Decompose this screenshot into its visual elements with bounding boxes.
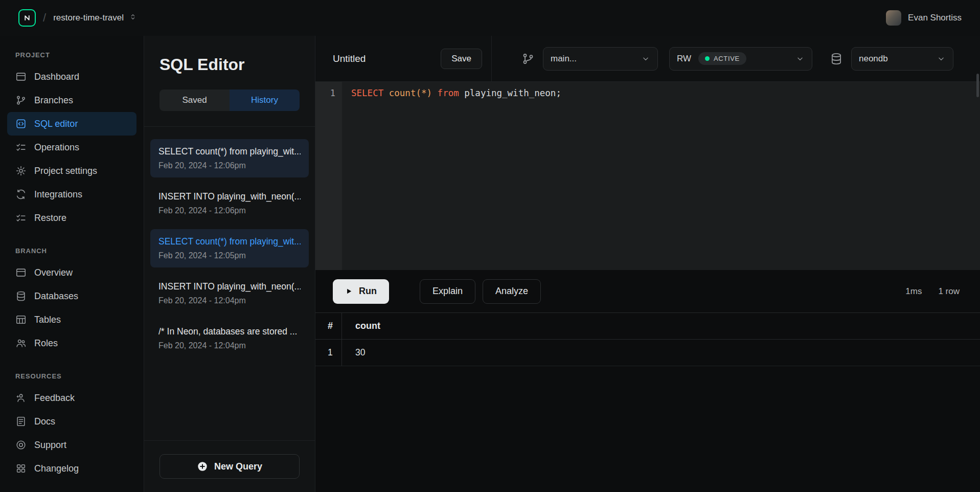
play-icon [345, 287, 353, 295]
sidebar-item-sql-editor[interactable]: SQL editor [7, 112, 136, 136]
project-switcher[interactable]: restore-time-travel [53, 13, 137, 23]
operations-checklist-icon [15, 142, 27, 153]
sidebar-item-integrations[interactable]: Integrations [7, 183, 136, 206]
sidebar-section-branch: BRANCH Overview Databases Tables Roles [0, 247, 144, 355]
sidebar-section-project: PROJECT Dashboard Branches SQL editor O [0, 51, 144, 230]
topbar-right: Evan Shortiss [886, 10, 962, 26]
sql-keyword: SELECT [351, 88, 389, 98]
analyze-button[interactable]: Analyze [483, 279, 541, 304]
run-label: Run [359, 286, 377, 297]
grid-squares-icon [15, 463, 27, 474]
sidebar-item-tables[interactable]: Tables [7, 308, 136, 331]
sidebar-item-roles[interactable]: Roles [7, 331, 136, 355]
sidebar-item-label: Operations [34, 142, 79, 153]
history-item[interactable]: /* In Neon, databases are stored ... Feb… [150, 319, 309, 357]
run-button[interactable]: Run [333, 279, 389, 304]
chevron-down-icon [937, 54, 946, 63]
lifebuoy-icon [15, 439, 27, 451]
history-item[interactable]: INSERT INTO playing_with_neon(... Feb 20… [150, 274, 309, 312]
neon-logo[interactable] [18, 9, 36, 27]
active-status-label: ACTIVE [714, 55, 740, 62]
chevron-down-icon [641, 54, 650, 63]
sidebar-item-dashboard[interactable]: Dashboard [7, 65, 136, 88]
chevron-down-icon [795, 54, 805, 63]
history-timestamp: Feb 20, 2024 - 12:04pm [158, 341, 301, 350]
git-branch-icon [15, 95, 27, 106]
results-table: # count 1 30 [315, 312, 980, 366]
sidebar-item-restore[interactable]: Restore [7, 206, 136, 230]
table-grid-icon [15, 314, 27, 325]
sidebar-item-label: Support [34, 440, 66, 451]
status-badge: ACTIVE [698, 52, 746, 65]
database-select[interactable]: neondb [851, 47, 953, 71]
history-query: SELECT count(*) from playing_wit... [158, 236, 301, 247]
user-avatar[interactable] [886, 10, 901, 26]
main-area: Untitled Save main... RW ACTIVE [315, 36, 980, 492]
sidebar-item-label: SQL editor [34, 119, 78, 129]
page-title: SQL Editor [144, 36, 315, 90]
saved-history-tabs: Saved History [159, 90, 300, 111]
scrollbar-thumb[interactable] [976, 74, 979, 97]
history-timestamp: Feb 20, 2024 - 12:05pm [158, 251, 301, 260]
sidebar: PROJECT Dashboard Branches SQL editor O [0, 36, 144, 492]
sidebar-item-docs[interactable]: Docs [7, 410, 136, 433]
sidebar-section-resources: RESOURCES Feedback Docs Support Changel [0, 372, 144, 480]
compute-endpoint-select[interactable]: RW ACTIVE [669, 47, 812, 71]
sidebar-item-label: Restore [34, 213, 66, 223]
sidebar-item-label: Roles [34, 338, 58, 349]
database-select-value: neondb [859, 54, 888, 64]
tab-saved[interactable]: Saved [159, 90, 230, 111]
person-feedback-icon [15, 392, 27, 404]
explain-button[interactable]: Explain [420, 279, 475, 304]
editor-header: Untitled Save main... RW ACTIVE [315, 36, 980, 82]
history-item[interactable]: INSERT INTO playing_with_neon(... Feb 20… [150, 184, 309, 222]
sidebar-item-label: Integrations [34, 189, 82, 200]
editor-gutter: 1 [315, 82, 342, 270]
history-item-selected[interactable]: SELECT count(*) from playing_wit... Feb … [150, 229, 309, 267]
active-status-dot [705, 56, 710, 61]
row-index-cell: 1 [315, 340, 342, 366]
sidebar-item-support[interactable]: Support [7, 433, 136, 457]
compute-label: RW [677, 54, 691, 64]
results-header-row: # count [315, 312, 980, 340]
new-query-button[interactable]: New Query [159, 454, 300, 479]
sql-keyword: from [432, 88, 464, 98]
sidebar-item-overview[interactable]: Overview [7, 261, 136, 284]
query-panel: SQL Editor Saved History SELECT count(*)… [144, 36, 315, 492]
sidebar-item-changelog[interactable]: Changelog [7, 457, 136, 480]
plus-circle-icon [197, 461, 208, 472]
sidebar-item-operations[interactable]: Operations [7, 136, 136, 159]
history-item[interactable]: SELECT count(*) from playing_wit... Feb … [150, 139, 309, 177]
table-row: 1 30 [315, 340, 980, 366]
code-input[interactable]: SELECT count(*) from playing_with_neon; [342, 82, 980, 270]
topbar: / restore-time-travel Evan Shortiss [0, 0, 980, 36]
restore-checklist-icon [15, 212, 27, 223]
query-row-count: 1 row [938, 286, 960, 297]
sidebar-item-branches[interactable]: Branches [7, 88, 136, 112]
user-name: Evan Shortiss [908, 13, 962, 23]
tab-history[interactable]: History [230, 90, 300, 111]
history-query: INSERT INTO playing_with_neon(... [158, 281, 301, 292]
save-button[interactable]: Save [441, 49, 482, 69]
breadcrumb-separator: / [43, 11, 46, 25]
database-icon [830, 52, 843, 65]
breadcrumb-project-name: restore-time-travel [53, 13, 124, 23]
users-icon [15, 338, 27, 349]
branch-select[interactable]: main... [543, 47, 658, 71]
section-title-branch: BRANCH [0, 247, 144, 255]
branch-icon [521, 52, 535, 65]
history-query: INSERT INTO playing_with_neon(... [158, 191, 301, 202]
sidebar-item-databases[interactable]: Databases [7, 284, 136, 308]
history-timestamp: Feb 20, 2024 - 12:06pm [158, 161, 301, 170]
sidebar-item-label: Docs [34, 416, 55, 427]
history-timestamp: Feb 20, 2024 - 12:04pm [158, 296, 301, 305]
query-stats: 1ms 1 row [905, 286, 960, 297]
app-body: PROJECT Dashboard Branches SQL editor O [0, 36, 980, 492]
line-number: 1 [330, 88, 335, 98]
sidebar-item-project-settings[interactable]: Project settings [7, 159, 136, 183]
integrations-arrows-icon [15, 189, 27, 200]
document-icon [15, 416, 27, 427]
chevron-up-down-icon [129, 13, 137, 23]
sidebar-item-feedback[interactable]: Feedback [7, 386, 136, 410]
gear-icon [15, 165, 27, 176]
